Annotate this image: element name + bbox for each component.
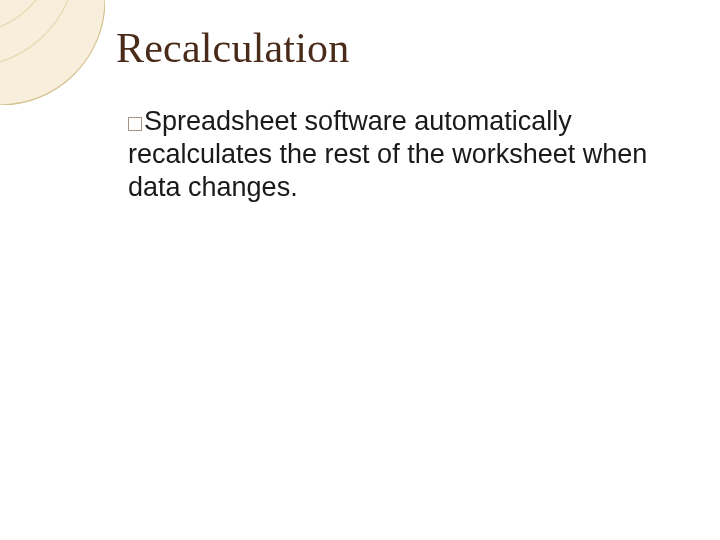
- slide: Recalculation Spreadsheet software autom…: [0, 0, 720, 540]
- body-text: Spreadsheet software automatically recal…: [128, 106, 647, 202]
- slide-body: Spreadsheet software automatically recal…: [128, 105, 660, 204]
- square-bullet-icon: [128, 117, 142, 131]
- corner-decoration: [0, 0, 105, 105]
- slide-title: Recalculation: [116, 26, 680, 70]
